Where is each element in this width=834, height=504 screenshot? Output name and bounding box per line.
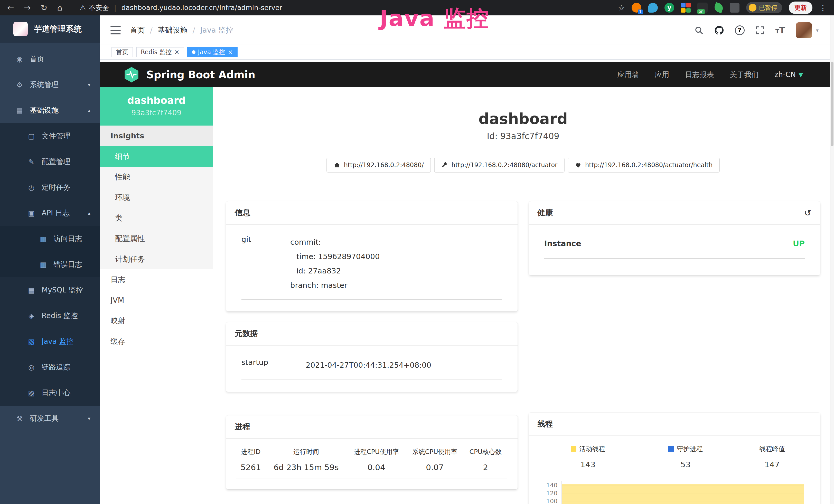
- metadata-row-startup: startup 2021-04-27T00:44:31.254+08:00: [241, 358, 502, 380]
- scrollbar-thumb[interactable]: [831, 62, 833, 146]
- history-icon[interactable]: ↺: [804, 208, 812, 218]
- actuator-url-link[interactable]: http://192.168.0.2:48080/actuator: [434, 158, 565, 173]
- locale-selector[interactable]: zh-CN ▼: [774, 70, 803, 79]
- status-badge: UP: [793, 239, 805, 248]
- sba-menu-jvm[interactable]: JVM: [100, 290, 213, 311]
- font-size-icon[interactable]: TT: [775, 25, 785, 36]
- legend-live: 活动线程: [539, 442, 637, 456]
- address-bar[interactable]: ⚠ 不安全 | dashboard.yudao.iocoder.cn/infra…: [80, 3, 282, 12]
- service-url-link[interactable]: http://192.168.0.2:48080/: [327, 158, 431, 173]
- y-tick: 120: [546, 490, 557, 497]
- sidebar-item-redis[interactable]: ◈ Redis 监控: [0, 303, 100, 329]
- instance-header[interactable]: dashboard 93a3fc7f7409: [100, 87, 213, 125]
- bookmark-star-icon[interactable]: ☆: [618, 3, 625, 12]
- menu-section-insights: Insights: [100, 125, 213, 146]
- heart-icon: [575, 162, 581, 168]
- hamburger-icon[interactable]: [110, 26, 121, 35]
- sba-menu-scheduledtasks[interactable]: 计划任务: [100, 249, 213, 269]
- sidebar-item-system[interactable]: ⚙ 系统管理 ▾: [0, 72, 100, 97]
- sba-nav-journal[interactable]: 日志报表: [685, 70, 714, 79]
- sidebar-item-log-center[interactable]: ▨ 日志中心: [0, 380, 100, 406]
- spring-boot-admin-logo-icon: [123, 67, 140, 83]
- app-title: 芋道管理系统: [34, 24, 82, 35]
- tab-redis-monitor[interactable]: Redis 监控 ×: [136, 47, 184, 57]
- card-title: 健康: [537, 207, 553, 218]
- dashboard-icon: ◉: [15, 55, 24, 63]
- health-url-link[interactable]: http://192.168.0.2:48080/actuator/health: [568, 158, 720, 173]
- sidebar-item-devtools[interactable]: ⚒ 研发工具 ▾: [0, 406, 100, 431]
- help-icon[interactable]: ?: [735, 25, 745, 35]
- process-uptime: 6d 23h 15m 59s: [265, 459, 347, 479]
- card-header: 线程: [529, 413, 820, 436]
- tab-java-monitor[interactable]: Java 监控 ×: [187, 47, 238, 57]
- extensions-puzzle-icon[interactable]: [730, 3, 740, 13]
- sidebar-item-error-log[interactable]: ▥ 错误日志: [0, 252, 100, 277]
- breadcrumb-separator: /: [193, 26, 195, 35]
- sidebar-item-jobs[interactable]: ◴ 定时任务: [0, 175, 100, 200]
- breadcrumb-item[interactable]: 基础设施: [158, 25, 188, 36]
- close-icon[interactable]: ×: [228, 49, 233, 55]
- tab-paused-badge[interactable]: 已暂停: [746, 2, 782, 13]
- refresh-icon[interactable]: ↻: [41, 3, 47, 13]
- breadcrumb-item[interactable]: 首页: [130, 25, 145, 36]
- tab-home[interactable]: 首页: [111, 47, 133, 57]
- sidebar-item-label: 基础设施: [30, 106, 59, 115]
- file-icon: ▢: [27, 132, 36, 140]
- access-log-icon: ▥: [39, 235, 48, 243]
- user-avatar[interactable]: [796, 22, 812, 38]
- avatar-caret-icon: ▾: [816, 27, 818, 33]
- sba-menu-configprops[interactable]: 配置属性: [100, 228, 213, 249]
- process-cpu: 0.04: [347, 459, 405, 479]
- extension-icon-leaf[interactable]: [713, 2, 724, 13]
- sidebar-item-config[interactable]: ✎ 配置管理: [0, 149, 100, 175]
- chrome-update-button[interactable]: 更新: [789, 2, 812, 14]
- sidebar-item-access-log[interactable]: ▥ 访问日志: [0, 226, 100, 252]
- sidebar-logo[interactable]: 芋道管理系统: [0, 16, 100, 43]
- forward-icon[interactable]: →: [24, 3, 31, 13]
- sba-menu-logs[interactable]: 日志: [100, 269, 213, 290]
- git-commit-id: id: 27aa832: [290, 264, 502, 278]
- legend-peak: 线程峰值: [734, 442, 810, 456]
- sidebar-item-label: Redis 监控: [42, 311, 78, 321]
- health-row[interactable]: Instance UP: [544, 239, 805, 259]
- sidebar-item-trace[interactable]: ◎ 链路追踪: [0, 354, 100, 380]
- sidebar-item-label: API 日志: [42, 208, 70, 218]
- fullscreen-icon[interactable]: [755, 26, 765, 35]
- close-icon[interactable]: ×: [174, 49, 179, 55]
- info-row-git: git commit: time: 1596289704000 id: 27aa…: [241, 235, 502, 300]
- sba-menu-mappings[interactable]: 映射: [100, 311, 213, 331]
- column-header: 进程ID: [236, 445, 265, 459]
- extension-icon-on[interactable]: on: [697, 3, 708, 13]
- scrollbar[interactable]: [830, 16, 834, 504]
- card-body: 进程ID 运行时间 进程CPU使用率 系统CPU使用率 CPU核心数 5261: [226, 439, 518, 489]
- sidebar-item-files[interactable]: ▢ 文件管理: [0, 123, 100, 149]
- security-label: 不安全: [89, 3, 109, 12]
- sidebar-item-java-monitor[interactable]: ▧ Java 监控: [0, 329, 100, 354]
- sba-nav-applications[interactable]: 应用: [655, 70, 669, 79]
- github-icon[interactable]: [714, 25, 724, 35]
- card-title: 信息: [235, 207, 250, 218]
- extension-icon-drop[interactable]: [648, 3, 658, 13]
- sba-nav-wallboard[interactable]: 应用墙: [617, 70, 639, 79]
- sidebar-item-infra[interactable]: ▤ 基础设施 ▴: [0, 97, 100, 123]
- sidebar-item-api-log[interactable]: ▣ API 日志 ▴: [0, 200, 100, 226]
- back-icon[interactable]: ←: [7, 3, 14, 13]
- sba-nav-about[interactable]: 关于我们: [730, 70, 759, 79]
- sba-menu-details[interactable]: 细节: [100, 146, 213, 167]
- sba-menu-environment[interactable]: 环境: [100, 187, 213, 208]
- sba-brand[interactable]: Spring Boot Admin: [123, 67, 255, 83]
- chrome-menu-icon[interactable]: ⋮: [819, 3, 827, 12]
- extension-icon-green[interactable]: y: [664, 3, 674, 13]
- sba-menu-caches[interactable]: 缓存: [100, 331, 213, 351]
- chevron-up-icon: ▴: [88, 107, 90, 113]
- search-icon[interactable]: [694, 26, 704, 35]
- extension-icon-grid[interactable]: [681, 3, 691, 13]
- active-dot: [192, 50, 195, 54]
- legend-blue-swatch: [668, 446, 674, 452]
- sba-menu-metrics[interactable]: 性能: [100, 167, 213, 187]
- sidebar-item-home[interactable]: ◉ 首页: [0, 46, 100, 72]
- sba-menu-classes[interactable]: 类: [100, 208, 213, 228]
- sidebar-item-mysql[interactable]: ▦ MySQL 监控: [0, 277, 100, 303]
- extension-icon-orange[interactable]: 1: [632, 3, 641, 13]
- home-icon[interactable]: ⌂: [57, 3, 62, 13]
